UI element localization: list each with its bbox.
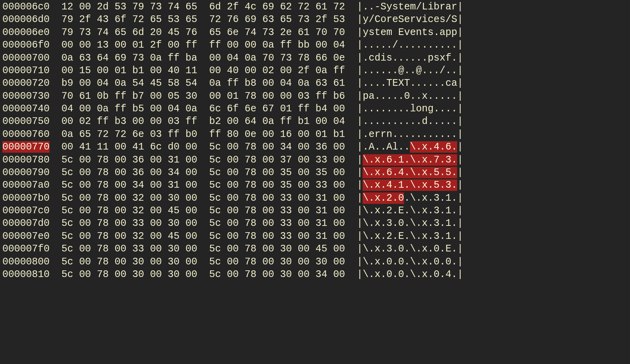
hex-address: 00000810 <box>2 269 50 280</box>
hex-bytes-1: 5c 00 78 00 30 00 30 00 <box>61 256 197 268</box>
hex-bytes-1: 00 15 00 01 b1 00 40 11 <box>61 65 197 76</box>
hex-bytes-2: 5c 00 78 00 37 00 33 00 <box>209 154 345 166</box>
hex-ascii-run: ..-System/Librar <box>363 1 457 13</box>
hex-ascii-run: \.x.4.6. <box>410 141 457 153</box>
hex-bytes-1: 5c 00 78 00 36 00 34 00 <box>61 167 197 178</box>
hex-address: 00000700 <box>2 52 50 64</box>
hex-ascii-run: ........long.... <box>363 103 457 115</box>
hex-ascii: ...../.......... <box>363 39 457 51</box>
hex-bytes-2: 5c 00 78 00 30 00 45 00 <box>209 243 345 255</box>
hex-address: 00000710 <box>2 65 50 76</box>
hex-bytes-1: 00 00 13 00 01 2f 00 ff <box>61 39 197 51</box>
hex-ascii-run: ystem Events.app <box>363 27 457 38</box>
hex-ascii-run: \.x.0.0.\.x.0.0. <box>363 256 457 268</box>
hex-ascii: .A..Al..\.x.4.6. <box>363 141 457 153</box>
hex-address: 00000780 <box>2 154 50 166</box>
hex-ascii: ystem Events.app <box>363 27 457 38</box>
hex-ascii: \.x.4.1.\.x.5.3. <box>363 179 457 191</box>
hex-row: 00000750 00 02 ff b3 00 00 03 ff b2 00 6… <box>2 115 628 128</box>
hex-ascii-run: ....TEXT......ca <box>363 78 457 89</box>
hex-bytes-1: 5c 00 78 00 32 00 30 00 <box>61 192 197 204</box>
hex-bytes-1: 5c 00 78 00 33 00 30 00 <box>61 243 197 255</box>
hex-ascii-run: \.x.6.4.\.x.5.5. <box>363 167 457 178</box>
hex-row: 00000720 b9 00 04 0a 54 45 58 54 0a ff b… <box>2 77 628 90</box>
hex-ascii-run: \.x.3.0.\.x.0.E. <box>363 243 457 255</box>
hex-address: 000006f0 <box>2 39 50 51</box>
hex-bytes-2: 6d 2f 4c 69 62 72 61 72 <box>209 1 345 13</box>
hex-bytes-2: 5c 00 78 00 33 00 31 00 <box>209 192 345 204</box>
hex-ascii: ..........d..... <box>363 116 457 127</box>
hex-ascii: \.x.6.4.\.x.5.5. <box>363 167 457 178</box>
hex-ascii-run: ..........d..... <box>363 116 457 127</box>
hex-bytes-2: 5c 00 78 00 30 00 34 00 <box>209 269 345 280</box>
hex-address: 000006c0 <box>2 1 50 13</box>
hex-bytes-2: b2 00 64 0a ff b1 00 04 <box>209 116 345 127</box>
hex-bytes-2: ff 80 0e 00 16 00 01 b1 <box>209 129 345 140</box>
hex-row: 000007a0 5c 00 78 00 34 00 31 00 5c 00 7… <box>2 179 628 192</box>
hex-ascii: \.x.0.0.\.x.0.0. <box>363 256 457 268</box>
hex-address: 000006e0 <box>2 27 50 38</box>
hex-row: 00000770 00 41 11 00 41 6c d0 00 5c 00 7… <box>2 141 628 153</box>
hex-address: 000007b0 <box>2 192 50 204</box>
hex-address: 00000790 <box>2 167 50 178</box>
hex-row: 000007b0 5c 00 78 00 32 00 30 00 5c 00 7… <box>2 192 628 205</box>
hex-ascii-run: \.x.3.0.\.x.3.1. <box>363 218 457 229</box>
hex-row: 00000710 00 15 00 01 b1 00 40 11 00 40 0… <box>2 65 628 77</box>
hex-address: 00000750 <box>2 116 50 127</box>
hex-bytes-1: 0a 63 64 69 73 0a ff ba <box>61 52 197 64</box>
hex-bytes-2: 00 04 0a 70 73 78 66 0e <box>209 52 345 64</box>
hex-row: 00000700 0a 63 64 69 73 0a ff ba 00 04 0… <box>2 52 628 65</box>
hex-row: 000006c0 12 00 2d 53 79 73 74 65 6d 2f 4… <box>2 1 628 13</box>
hex-ascii: \.x.2.E.\.x.3.1. <box>363 205 457 216</box>
hex-row: 00000730 70 61 0b ff b7 00 05 30 00 01 7… <box>2 90 628 103</box>
hex-bytes-1: 70 61 0b ff b7 00 05 30 <box>61 91 197 102</box>
hex-ascii: ....TEXT......ca <box>363 78 457 89</box>
hex-bytes-2: 0a ff b8 00 04 0a 63 61 <box>209 78 345 89</box>
hex-ascii: \.x.2.E.\.x.3.1. <box>363 231 457 242</box>
hex-ascii: ..-System/Librar <box>363 1 457 13</box>
hex-bytes-1: 0a 65 72 72 6e 03 ff b0 <box>61 129 197 140</box>
hex-ascii-run: ...../.......... <box>363 39 457 51</box>
hex-address: 00000740 <box>2 103 50 115</box>
hex-ascii-run: \.x.4.1.\.x.5.3. <box>363 179 457 191</box>
hex-bytes-1: 79 73 74 65 6d 20 45 76 <box>61 27 197 38</box>
hex-ascii: pa.....0..x..... <box>363 91 457 102</box>
hex-address: 00000730 <box>2 91 50 102</box>
hex-bytes-2: 5c 00 78 00 34 00 36 00 <box>209 141 345 153</box>
hex-bytes-1: 5c 00 78 00 30 00 30 00 <box>61 269 197 280</box>
hex-address: 000007e0 <box>2 231 50 242</box>
hex-ascii-run: \.x.2.0 <box>363 192 404 204</box>
hex-bytes-1: 79 2f 43 6f 72 65 53 65 <box>61 14 197 25</box>
hex-ascii: .errn........... <box>363 129 457 140</box>
hex-bytes-1: 5c 00 78 00 32 00 45 00 <box>61 231 197 242</box>
hex-ascii-run: .cdis......psxf. <box>363 52 457 64</box>
hex-bytes-1: 5c 00 78 00 33 00 30 00 <box>61 218 197 229</box>
hex-address: 000006d0 <box>2 14 50 25</box>
hex-bytes-1: 00 41 11 00 41 6c d0 00 <box>61 141 197 153</box>
hex-ascii-run: \.x.6.1.\.x.7.3. <box>363 154 457 166</box>
hex-bytes-2: 72 76 69 63 65 73 2f 53 <box>209 14 345 25</box>
hex-bytes-2: 00 01 78 00 00 03 ff b6 <box>209 91 345 102</box>
hex-bytes-1: 04 00 0a ff b5 00 04 0a <box>61 103 197 115</box>
hex-ascii: \.x.3.0.\.x.0.E. <box>363 243 457 255</box>
hex-address: 00000770 <box>2 141 50 153</box>
hex-ascii-run: pa.....0..x..... <box>363 91 457 102</box>
hex-row: 000006d0 79 2f 43 6f 72 65 53 65 72 76 6… <box>2 13 628 26</box>
hex-address: 00000760 <box>2 129 50 140</box>
hex-bytes-2: 5c 00 78 00 33 00 31 00 <box>209 231 345 242</box>
hex-ascii: \.x.6.1.\.x.7.3. <box>363 154 457 166</box>
hex-row: 00000740 04 00 0a ff b5 00 04 0a 6c 6f 6… <box>2 103 628 115</box>
hex-ascii-run: \.x.2.E.\.x.3.1. <box>363 231 457 242</box>
hex-bytes-2: 5c 00 78 00 35 00 33 00 <box>209 179 345 191</box>
hex-bytes-1: 5c 00 78 00 36 00 31 00 <box>61 154 197 166</box>
hex-row: 000006f0 00 00 13 00 01 2f 00 ff ff 00 0… <box>2 39 628 52</box>
hex-row: 00000800 5c 00 78 00 30 00 30 00 5c 00 7… <box>2 256 628 268</box>
hex-bytes-2: 65 6e 74 73 2e 61 70 70 <box>209 27 345 38</box>
hex-bytes-2: 5c 00 78 00 30 00 30 00 <box>209 256 345 268</box>
hex-ascii: \.x.2.0.\.x.3.1. <box>363 192 457 204</box>
hex-ascii: ......@..@.../.. <box>363 65 457 76</box>
hex-ascii: y/CoreServices/S <box>363 14 457 25</box>
hex-ascii-run: \.x.2.E.\.x.3.1. <box>363 205 457 216</box>
hex-bytes-2: 00 40 00 02 00 2f 0a ff <box>209 65 345 76</box>
hex-address: 00000720 <box>2 78 50 89</box>
